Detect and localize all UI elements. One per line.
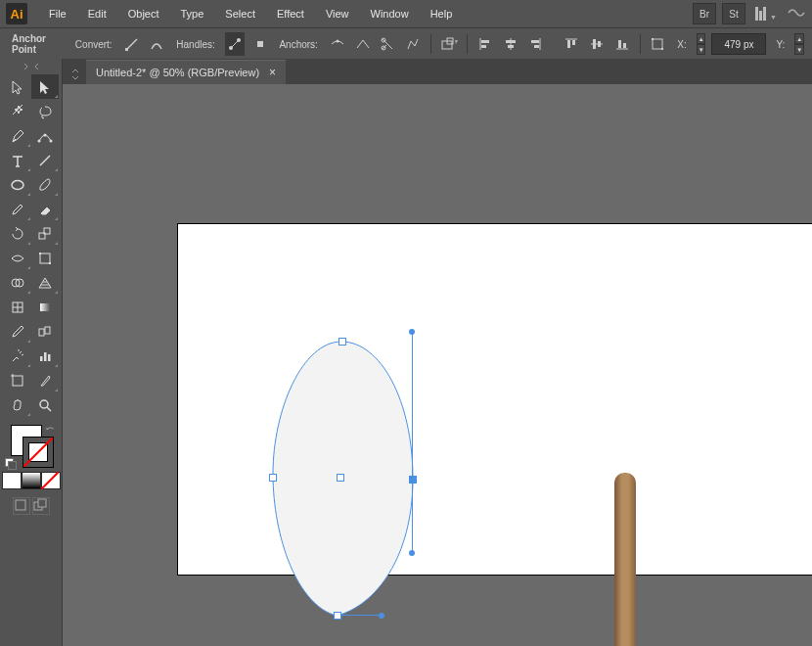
handles-show-icon[interactable] bbox=[225, 32, 245, 56]
panel-handle[interactable] bbox=[9, 63, 53, 70]
perspective-grid-tool[interactable] bbox=[31, 270, 59, 295]
hand-tool[interactable] bbox=[4, 392, 31, 417]
fill-stroke-control[interactable]: ⤺ bbox=[7, 425, 56, 468]
menu-view[interactable]: View bbox=[316, 4, 359, 23]
straight-path-icon[interactable] bbox=[403, 32, 423, 56]
menu-edit[interactable]: Edit bbox=[78, 4, 116, 23]
magic-wand-tool[interactable] bbox=[4, 99, 31, 123]
svg-rect-23 bbox=[593, 39, 596, 49]
anchor-point-selected[interactable] bbox=[409, 476, 417, 484]
shape-builder-tool[interactable] bbox=[4, 270, 31, 295]
stroke-color[interactable] bbox=[23, 437, 54, 468]
slice-tool[interactable] bbox=[31, 368, 59, 392]
handles-hide-icon[interactable] bbox=[250, 32, 270, 56]
eyedropper-tool[interactable] bbox=[4, 319, 31, 344]
direct-selection-tool[interactable] bbox=[31, 74, 59, 99]
gradient-tool[interactable] bbox=[31, 295, 59, 319]
stock-button[interactable]: St bbox=[722, 3, 745, 24]
svg-rect-28 bbox=[653, 39, 662, 49]
svg-rect-50 bbox=[44, 352, 47, 361]
convert-corner-icon[interactable] bbox=[122, 32, 142, 56]
tab-close-icon[interactable]: × bbox=[269, 66, 276, 79]
gpu-icon[interactable] bbox=[787, 5, 806, 23]
scale-tool[interactable] bbox=[31, 221, 59, 246]
cut-path-icon[interactable] bbox=[379, 32, 398, 56]
convert-smooth-icon[interactable] bbox=[147, 32, 166, 56]
handle-point[interactable] bbox=[379, 613, 384, 619]
arrange-documents-button[interactable]: ▼ bbox=[751, 7, 781, 21]
column-graph-tool[interactable] bbox=[31, 344, 59, 368]
x-spinner[interactable]: ▲▼ bbox=[697, 33, 706, 55]
svg-point-33 bbox=[43, 133, 46, 136]
pen-tool[interactable] bbox=[4, 123, 31, 148]
svg-point-3 bbox=[237, 38, 241, 42]
transform-icon[interactable] bbox=[648, 32, 667, 56]
rotate-tool[interactable] bbox=[4, 221, 31, 246]
menu-help[interactable]: Help bbox=[421, 4, 463, 23]
line-tool[interactable] bbox=[31, 148, 59, 172]
selected-path[interactable] bbox=[273, 332, 420, 616]
svg-point-55 bbox=[40, 400, 48, 408]
menu-object[interactable]: Object bbox=[118, 4, 169, 23]
curvature-tool[interactable] bbox=[31, 123, 59, 148]
menu-file[interactable]: File bbox=[39, 4, 76, 23]
swap-icon[interactable]: ⤺ bbox=[46, 423, 54, 434]
align-top-icon[interactable] bbox=[562, 32, 581, 56]
remove-anchor-icon[interactable] bbox=[328, 32, 347, 56]
handle-point[interactable] bbox=[409, 329, 415, 335]
align-right-icon[interactable] bbox=[526, 32, 546, 56]
menu-select[interactable]: Select bbox=[215, 4, 265, 23]
svg-rect-59 bbox=[38, 499, 46, 507]
blend-tool[interactable] bbox=[31, 319, 59, 344]
menu-effect[interactable]: Effect bbox=[267, 4, 314, 23]
eraser-tool[interactable] bbox=[31, 197, 59, 221]
canvas[interactable] bbox=[63, 84, 812, 646]
draw-normal-icon[interactable] bbox=[13, 497, 30, 515]
zoom-tool[interactable] bbox=[31, 392, 59, 417]
default-fill-stroke-icon[interactable] bbox=[5, 458, 17, 470]
svg-point-5 bbox=[336, 40, 338, 43]
svg-rect-12 bbox=[481, 45, 486, 48]
document-tab[interactable]: Untitled-2* @ 50% (RGB/Preview) × bbox=[86, 60, 286, 84]
align-left-icon[interactable] bbox=[475, 32, 495, 56]
svg-rect-30 bbox=[661, 48, 663, 50]
isolate-icon[interactable] bbox=[439, 32, 459, 56]
anchor-point[interactable] bbox=[269, 474, 277, 482]
lasso-tool[interactable] bbox=[31, 99, 59, 123]
anchor-point[interactable] bbox=[337, 474, 344, 482]
width-tool[interactable] bbox=[4, 246, 31, 270]
draw-behind-icon[interactable] bbox=[32, 497, 50, 515]
anchor-point[interactable] bbox=[338, 338, 346, 346]
svg-rect-46 bbox=[40, 303, 50, 311]
y-spinner[interactable]: ▲▼ bbox=[794, 33, 804, 55]
color-mode-none[interactable] bbox=[41, 472, 61, 489]
color-mode-solid[interactable] bbox=[2, 472, 22, 489]
options-bar: Anchor Point Convert: Handles: Anchors: … bbox=[0, 27, 812, 61]
align-hcenter-icon[interactable] bbox=[501, 32, 520, 56]
bridge-button[interactable]: Br bbox=[693, 3, 716, 24]
mesh-tool[interactable] bbox=[4, 295, 31, 319]
ellipse-tool[interactable] bbox=[4, 172, 31, 197]
artboard-tool[interactable] bbox=[4, 368, 31, 392]
anchor-point[interactable] bbox=[334, 612, 341, 620]
tab-handle-icon[interactable] bbox=[72, 65, 80, 84]
app-logo: Ai bbox=[6, 3, 27, 24]
svg-line-34 bbox=[40, 156, 50, 165]
color-mode-gradient[interactable] bbox=[22, 472, 41, 489]
handle-line bbox=[338, 615, 382, 616]
convert-label: Convert: bbox=[71, 39, 116, 50]
align-vcenter-icon[interactable] bbox=[587, 32, 607, 56]
align-bottom-icon[interactable] bbox=[612, 32, 632, 56]
menu-type[interactable]: Type bbox=[171, 4, 214, 23]
lollipop-stick-shape[interactable] bbox=[614, 473, 636, 646]
x-input[interactable] bbox=[711, 33, 766, 55]
connect-anchor-icon[interactable] bbox=[353, 32, 373, 56]
handle-point[interactable] bbox=[409, 550, 415, 556]
menu-window[interactable]: Window bbox=[361, 4, 419, 23]
type-tool[interactable] bbox=[4, 148, 31, 172]
paintbrush-tool[interactable] bbox=[31, 172, 59, 197]
pencil-tool[interactable] bbox=[4, 197, 31, 221]
symbol-sprayer-tool[interactable] bbox=[4, 344, 31, 368]
free-transform-tool[interactable] bbox=[31, 246, 59, 270]
selection-tool[interactable] bbox=[4, 74, 31, 99]
